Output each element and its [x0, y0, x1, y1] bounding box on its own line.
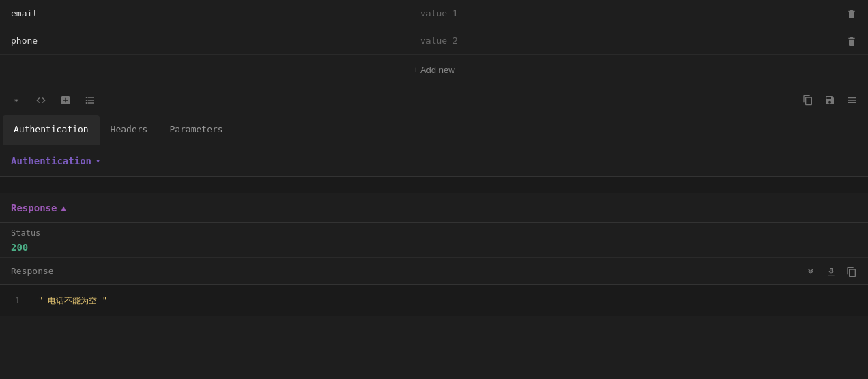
email-value[interactable]: value 1 [409, 8, 835, 18]
copy-icon[interactable] [802, 95, 813, 106]
status-code: 200 [11, 241, 857, 254]
copy-response-icon[interactable] [846, 264, 857, 277]
auth-label[interactable]: Authentication ▾ [11, 155, 100, 166]
response-label-text: Response [11, 202, 57, 213]
auth-section: Authentication ▾ [0, 145, 868, 177]
auth-label-text: Authentication [11, 155, 91, 166]
tab-headers[interactable]: Headers [100, 115, 159, 145]
response-label[interactable]: Response ▲ [11, 202, 66, 213]
email-key[interactable]: email [0, 8, 409, 18]
status-label: Status [11, 228, 857, 238]
check-list-icon[interactable] [85, 95, 96, 106]
download-icon[interactable] [826, 264, 837, 277]
line-numbers: 1 [0, 285, 27, 316]
table-row: email value 1 [0, 0, 868, 27]
response-body-header: Response [0, 258, 868, 285]
response-chevron-icon: ▲ [61, 203, 66, 213]
expand-icon[interactable] [805, 264, 816, 277]
toolbar [0, 85, 868, 115]
section-spacer [0, 177, 868, 193]
phone-key[interactable]: phone [0, 35, 409, 46]
code-icon[interactable] [35, 95, 46, 106]
toolbar-left [11, 95, 96, 106]
tab-authentication[interactable]: Authentication [3, 115, 100, 145]
add-new-row: + Add new [0, 55, 868, 85]
delete-phone-button[interactable] [835, 34, 868, 47]
response-header: Response ▲ [0, 193, 868, 223]
response-body-label: Response [11, 266, 54, 276]
delete-email-button[interactable] [835, 7, 868, 20]
table-row: phone value 2 [0, 27, 868, 55]
tab-parameters[interactable]: Parameters [158, 115, 233, 145]
menu-icon[interactable] [846, 95, 857, 106]
add-new-button[interactable]: + Add new [413, 65, 454, 75]
code-area: 1 " 电话不能为空 " [0, 285, 868, 316]
status-row: Status 200 [0, 223, 868, 258]
auth-chevron-icon: ▾ [96, 156, 100, 166]
add-field-icon[interactable] [60, 95, 71, 106]
sort-icon[interactable] [11, 95, 22, 106]
toolbar-right [802, 95, 857, 106]
phone-value[interactable]: value 2 [409, 35, 835, 46]
line-number-1: 1 [7, 293, 20, 308]
save-icon[interactable] [824, 95, 835, 106]
tabs-bar: Authentication Headers Parameters [0, 115, 868, 145]
response-body-icons [805, 264, 857, 277]
code-content: " 电话不能为空 " [27, 285, 868, 316]
body-rows-section: email value 1 phone value 2 [0, 0, 868, 55]
